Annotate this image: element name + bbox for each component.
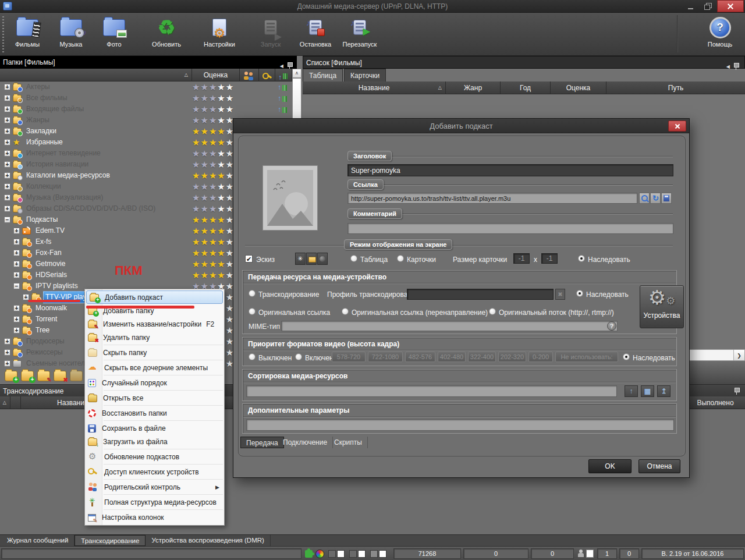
- column-genre[interactable]: Жанр: [446, 81, 501, 94]
- tab-cards[interactable]: Карточки: [344, 69, 386, 81]
- scroll-right-icon[interactable]: [733, 350, 744, 360]
- toolbar-button-films[interactable]: Фильмы: [7, 15, 48, 54]
- transcoding-sort-column[interactable]: [0, 396, 10, 409]
- expander-icon[interactable]: +: [4, 183, 10, 190]
- tree-access-column[interactable]: [259, 69, 275, 81]
- card-height-input[interactable]: [541, 253, 558, 264]
- window-titlebar[interactable]: Домашний медиа-сервер (UPnP, DLNA, HTTP): [0, 0, 745, 13]
- expander-icon[interactable]: +: [4, 161, 10, 168]
- menu-item-add-podcast[interactable]: Добавить подкаст: [86, 290, 223, 304]
- expander-icon[interactable]: +: [13, 228, 20, 234]
- tree-item[interactable]: + Входящие файлы ★★★★★: [0, 104, 292, 115]
- pin-icon[interactable]: [734, 388, 739, 395]
- menu-item-restore-folders[interactable]: Восстановить папки: [85, 406, 224, 420]
- toolbar-button-refresh[interactable]: ♻ Обновить: [146, 15, 187, 54]
- transfer-inherit-radio[interactable]: [576, 290, 583, 297]
- scroll-up-icon[interactable]: [292, 69, 301, 78]
- expander-icon[interactable]: +: [13, 261, 20, 267]
- menu-item-hide-children[interactable]: Скрыть все дочерние элементы: [85, 361, 224, 374]
- tab-dmr-devices[interactable]: Устройства воспроизведения (DMR): [146, 535, 270, 546]
- dialog-close-button[interactable]: [668, 120, 686, 132]
- expander-icon[interactable]: +: [4, 95, 10, 101]
- expander-icon[interactable]: +: [13, 239, 20, 245]
- menu-item-delete-folder[interactable]: Удалить папку: [85, 331, 224, 344]
- toolbar-button-music[interactable]: ♪ Музыка: [51, 15, 91, 54]
- thumb-load-button[interactable]: [306, 253, 317, 265]
- expander-icon[interactable]: +: [13, 272, 20, 278]
- expander-icon[interactable]: +: [4, 205, 10, 212]
- tree-name-column[interactable]: [0, 69, 192, 81]
- toolbar-button-settings[interactable]: ⚙ Настройки: [198, 15, 241, 54]
- menu-item-parental-control[interactable]: Родительский контроль ▶: [85, 480, 224, 494]
- card-width-input[interactable]: [513, 253, 530, 264]
- devices-button[interactable]: Устройства: [640, 285, 684, 328]
- expander-icon[interactable]: −: [4, 217, 10, 223]
- expander-icon[interactable]: −: [13, 283, 20, 289]
- video-on-radio[interactable]: [295, 353, 302, 360]
- expander-icon[interactable]: +: [13, 305, 20, 311]
- transcoding-icon-column[interactable]: [10, 396, 21, 409]
- tab-scripts[interactable]: Скрипты: [329, 437, 368, 448]
- menu-item-rename[interactable]: Изменить название/настройки F2: [85, 317, 224, 331]
- expander-icon[interactable]: +: [4, 117, 10, 123]
- display-inherit-radio[interactable]: [578, 255, 585, 262]
- tab-transcoding[interactable]: Транскодирование: [74, 535, 146, 546]
- thumb-generate-button[interactable]: [295, 253, 306, 265]
- column-rating[interactable]: Оценка: [551, 81, 606, 94]
- tree-rating-column[interactable]: Оценка: [192, 69, 240, 81]
- expander-icon[interactable]: +: [4, 349, 10, 356]
- title-input[interactable]: [347, 164, 673, 176]
- expander-icon[interactable]: +: [4, 172, 10, 179]
- link-save-button[interactable]: [661, 193, 672, 204]
- add-folder-button[interactable]: [21, 371, 34, 381]
- toolbar-button-stop[interactable]: ♪ Остановка: [295, 15, 336, 54]
- original-redirect-radio[interactable]: [342, 308, 349, 315]
- video-inherit-radio[interactable]: [623, 353, 630, 360]
- menu-item-client-access[interactable]: Доступ клиентских устройств: [85, 465, 224, 479]
- menu-item-hide-folder[interactable]: Скрыть папку: [85, 346, 224, 359]
- expander-icon[interactable]: +: [4, 194, 10, 201]
- expander-icon[interactable]: +: [13, 327, 20, 334]
- transcode-radio[interactable]: [249, 290, 256, 297]
- menu-item-load-from-file[interactable]: Загрузить из файла: [85, 435, 224, 448]
- tab-message-log[interactable]: Журнал сообщений: [1, 535, 74, 546]
- rating-stars[interactable]: ★★★★★: [192, 93, 240, 105]
- expander-icon[interactable]: +: [4, 106, 10, 112]
- menu-item-save-to-file[interactable]: Сохранить в файле: [85, 421, 224, 435]
- sort-up-button[interactable]: ↑: [625, 385, 638, 397]
- display-cards-radio[interactable]: [397, 255, 404, 262]
- original-stream-radio[interactable]: [489, 308, 496, 315]
- collapse-panel-icon[interactable]: [726, 59, 730, 73]
- toolbar-button-photo[interactable]: Фото: [94, 15, 134, 54]
- dialog-titlebar[interactable]: Добавить подкаст: [233, 119, 689, 133]
- menu-item-full-structure[interactable]: Полная структура медиа-ресурсов: [85, 495, 224, 509]
- menu-item-open-all[interactable]: Открыть все: [85, 391, 224, 405]
- expander-icon[interactable]: +: [4, 338, 10, 345]
- video-off-radio[interactable]: [249, 353, 256, 360]
- add-podcast-folder-button[interactable]: [5, 371, 17, 381]
- sort-grid-button[interactable]: ▦: [641, 385, 654, 397]
- menu-item-update-podcasts[interactable]: Обновление подкастов: [85, 450, 224, 463]
- toolbar-grip[interactable]: [2, 16, 4, 52]
- restore-button[interactable]: [700, 0, 716, 12]
- mime-help-button[interactable]: [607, 321, 616, 331]
- cancel-button[interactable]: Отмена: [638, 459, 680, 473]
- expander-icon[interactable]: +: [4, 139, 10, 146]
- mime-input[interactable]: [281, 321, 618, 331]
- tree-column-header[interactable]: Оценка: [0, 69, 301, 81]
- close-button[interactable]: [717, 0, 744, 12]
- expander-icon[interactable]: +: [4, 128, 10, 134]
- menu-item-column-settings[interactable]: Настройка колонок: [85, 511, 224, 524]
- tree-item[interactable]: + Актеры ★★★★★: [0, 81, 292, 93]
- column-year[interactable]: Год: [501, 81, 551, 94]
- delete-folder-button[interactable]: [54, 371, 66, 381]
- sort-reset-button[interactable]: ↥: [657, 385, 670, 397]
- menu-item-random-order[interactable]: Случайный порядок: [85, 376, 224, 389]
- profile-combo[interactable]: [407, 289, 554, 300]
- rating-stars[interactable]: ★★★★★: [192, 81, 240, 94]
- hide-folder-button[interactable]: [70, 371, 83, 381]
- expander-icon[interactable]: +: [13, 250, 20, 256]
- toolbar-button-restart[interactable]: ♪▶ Перезапуск: [338, 15, 382, 54]
- extra-params-input[interactable]: [246, 419, 674, 431]
- toolbar-button-help[interactable]: ? Помощь: [700, 15, 740, 54]
